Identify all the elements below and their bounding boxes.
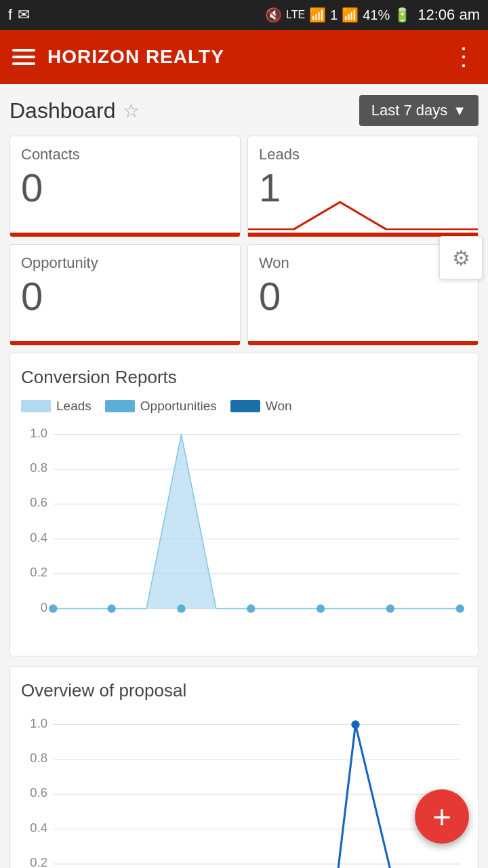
kpi-bar-won [248, 341, 478, 345]
svg-marker-12 [53, 435, 460, 609]
kpi-bar-opportunity [10, 341, 240, 345]
overview-proposal-card: Overview of proposal 1.0 0.8 0.6 0.4 0.2… [9, 666, 479, 868]
legend-label-opportunities: Opportunities [140, 399, 217, 414]
svg-point-38 [351, 720, 359, 728]
kpi-cards-wrapper: Contacts 0 Leads 1 Opportunity 0 [9, 136, 479, 346]
kpi-label-contacts: Contacts [21, 146, 80, 163]
chart-legend: Leads Opportunities Won [21, 399, 467, 414]
sim-icon: 1 [330, 7, 338, 23]
conversion-chart-container: 1.0 0.8 0.6 0.4 0.2 0 [21, 422, 467, 645]
svg-text:0: 0 [41, 600, 47, 614]
status-bar: f ✉ 🔇 LTE 📶 1 📶 41% 🔋 12:06 am [0, 0, 488, 30]
legend-won: Won [230, 399, 292, 414]
mute-icon: 🔇 [265, 7, 282, 23]
dashboard-title: Dashboard [9, 98, 116, 123]
status-time: 12:06 am [418, 6, 480, 24]
more-options-button[interactable]: ⋮ [451, 45, 476, 69]
kpi-card-leads[interactable]: Leads 1 [247, 136, 479, 237]
kpi-label-leads: Leads [259, 146, 300, 163]
status-left: f ✉ [8, 6, 30, 24]
kpi-card-contacts[interactable]: Contacts 0 [9, 136, 241, 237]
kpi-bar-contacts [10, 233, 240, 237]
battery-icon: 🔋 [394, 7, 411, 23]
date-filter-arrow-icon: ▼ [453, 103, 466, 119]
svg-point-16 [247, 604, 255, 612]
add-button[interactable]: + [415, 789, 469, 844]
legend-leads: Leads [21, 399, 92, 414]
legend-color-opportunities [105, 400, 135, 412]
date-filter-button[interactable]: Last 7 days ▼ [359, 95, 479, 126]
svg-text:0.8: 0.8 [30, 460, 47, 475]
svg-point-17 [317, 604, 325, 612]
topbar-left: HORIZON REALTY [12, 46, 224, 68]
topbar: HORIZON REALTY ⋮ [0, 30, 488, 84]
main-content: Dashboard ☆ Last 7 days ▼ Contacts 0 Lea… [0, 84, 488, 868]
svg-text:0.6: 0.6 [30, 785, 47, 800]
date-filter-label: Last 7 days [371, 102, 448, 119]
overview-proposal-title: Overview of proposal [21, 680, 467, 701]
svg-text:0.6: 0.6 [30, 495, 47, 509]
svg-text:0.4: 0.4 [30, 530, 47, 545]
legend-color-won [230, 400, 260, 412]
kpi-value-won: 0 [259, 275, 467, 318]
kpi-row-1: Contacts 0 Leads 1 [9, 136, 479, 237]
favorite-icon[interactable]: ☆ [123, 100, 140, 122]
svg-point-15 [177, 604, 185, 612]
dashboard-title-area: Dashboard ☆ [9, 98, 140, 123]
kpi-row-2: Opportunity 0 Won 0 [9, 244, 479, 346]
proposal-chart-svg: 1.0 0.8 0.6 0.4 0.2 0 [21, 712, 467, 868]
svg-point-19 [456, 604, 464, 612]
conversion-chart-svg: 1.0 0.8 0.6 0.4 0.2 0 [21, 422, 467, 645]
wifi-icon: 📶 [309, 7, 326, 23]
conversion-reports-card: Conversion Reports Leads Opportunities W… [9, 353, 479, 656]
svg-text:0.2: 0.2 [30, 855, 47, 868]
svg-point-18 [386, 604, 394, 612]
dashboard-header: Dashboard ☆ Last 7 days ▼ [9, 95, 479, 126]
svg-text:1.0: 1.0 [30, 716, 47, 730]
legend-opportunities: Opportunities [105, 399, 217, 414]
legend-label-won: Won [266, 399, 292, 414]
svg-text:1.0: 1.0 [30, 426, 47, 440]
svg-text:0.8: 0.8 [30, 751, 47, 765]
fb-icon: f [8, 6, 12, 24]
legend-color-leads [21, 400, 51, 412]
svg-text:0.4: 0.4 [30, 821, 47, 835]
leads-sparkline [248, 192, 478, 233]
conversion-reports-title: Conversion Reports [21, 367, 467, 388]
signal-icon: 📶 [342, 7, 359, 23]
settings-gear-button[interactable]: ⚙ [439, 236, 483, 279]
kpi-card-opportunity[interactable]: Opportunity 0 [9, 244, 241, 346]
legend-label-leads: Leads [56, 399, 92, 414]
msg-icon: ✉ [18, 6, 30, 24]
proposal-chart-container: 1.0 0.8 0.6 0.4 0.2 0 [21, 712, 467, 868]
svg-text:0.2: 0.2 [30, 565, 47, 579]
topbar-title: HORIZON REALTY [47, 46, 224, 68]
hamburger-menu[interactable] [12, 49, 35, 65]
kpi-label-opportunity: Opportunity [21, 254, 98, 271]
status-right: 🔇 LTE 📶 1 📶 41% 🔋 12:06 am [265, 6, 480, 24]
svg-point-13 [49, 604, 57, 612]
battery-text: 41% [363, 7, 390, 23]
kpi-label-won: Won [259, 254, 289, 271]
add-icon: + [432, 798, 451, 835]
kpi-value-opportunity: 0 [21, 275, 229, 318]
kpi-value-contacts: 0 [21, 166, 229, 210]
svg-point-14 [107, 604, 115, 612]
lte-icon: LTE [286, 9, 305, 21]
